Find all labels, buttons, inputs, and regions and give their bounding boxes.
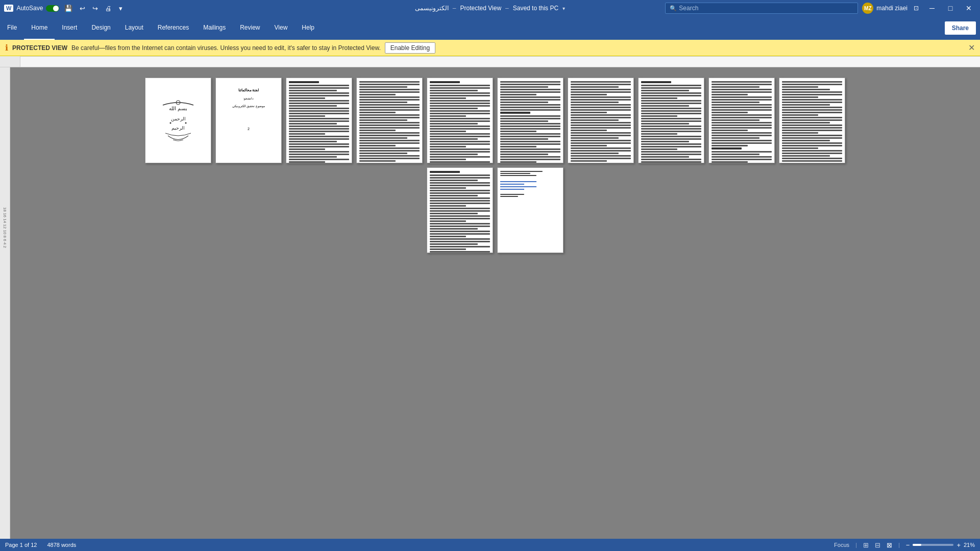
ribbon-display-icon[interactable]: ⊡ [912, 4, 921, 13]
title-bar-center: الکترونیسمی – Protected View – Saved to … [415, 5, 565, 12]
page-10[interactable] [779, 78, 845, 163]
title-page-number: 2 [248, 127, 250, 131]
search-icon: 🔍 [670, 5, 677, 12]
separator2: – [505, 5, 509, 12]
enable-editing-button[interactable]: Enable Editing [385, 42, 435, 54]
redo-icon[interactable]: ↪ [90, 4, 100, 13]
maximize-button[interactable]: □ [943, 1, 958, 15]
main-area: 18 16 14 12 10 8 6 4 2 بسم الله الرحمن ا… [0, 67, 980, 539]
ruler-left [10, 56, 20, 67]
search-input[interactable] [679, 5, 853, 12]
tab-references[interactable]: References [151, 16, 196, 40]
user-name: mahdi ziaei [876, 5, 908, 12]
tab-insert[interactable]: Insert [55, 16, 84, 40]
page-11-content [427, 168, 493, 253]
page-9[interactable] [708, 78, 775, 163]
page-3[interactable] [286, 78, 352, 163]
svg-text:بسم الله: بسم الله [169, 106, 187, 112]
read-mode-button[interactable]: ⊠ [887, 541, 892, 549]
app-name: AutoSave [16, 5, 43, 12]
zoom-out-button[interactable]: − [906, 541, 910, 549]
search-bar[interactable]: 🔍 [665, 3, 858, 14]
page-12[interactable] [497, 167, 564, 253]
doc-title: الکترونیسمی [415, 5, 449, 12]
zoom-fill [913, 544, 921, 546]
close-button[interactable]: ✕ [962, 1, 976, 15]
svg-text:الرحمن: الرحمن [171, 116, 186, 122]
protected-message: Be careful—files from the Internet can c… [71, 44, 381, 52]
status-bar-right: Focus | ⊞ ⊟ ⊠ | − + 21% [834, 541, 975, 549]
zoom-slider[interactable] [913, 544, 953, 546]
tab-file[interactable]: File [0, 16, 24, 40]
page-11[interactable] [427, 167, 493, 253]
document-canvas[interactable]: بسم الله الرحمن الرحيم لجنة محا [10, 67, 980, 539]
share-button[interactable]: Share [945, 21, 976, 35]
status-bar: Page 1 of 12 4878 words Focus | ⊞ ⊟ ⊠ | … [0, 539, 980, 551]
side-panel: 18 16 14 12 10 8 6 4 2 [0, 67, 10, 539]
page-6[interactable] [497, 78, 564, 163]
page-1[interactable]: بسم الله الرحمن الرحيم [145, 78, 211, 163]
tab-home[interactable]: Home [24, 16, 55, 40]
protected-icon: ℹ [5, 43, 8, 53]
close-protected-bar-button[interactable]: ✕ [968, 43, 975, 53]
page-6-content [498, 78, 563, 163]
tab-mailings[interactable]: Mailings [196, 16, 233, 40]
print-icon[interactable]: 🖨 [103, 4, 114, 13]
web-layout-button[interactable]: ⊟ [875, 541, 880, 549]
page-9-content [709, 78, 774, 163]
title-line-1: لجنة محاكماتنا [238, 88, 259, 92]
page-8[interactable] [638, 78, 704, 163]
page-2[interactable]: لجنة محاكماتنا دانشجو: موضوع تحقيق الكتر… [215, 78, 282, 163]
page-4-content [357, 78, 422, 163]
title-bar-left: W AutoSave 💾 ↩ ↪ 🖨 ▾ [4, 4, 125, 13]
page-info: Page 1 of 12 [5, 542, 37, 548]
zoom-level: 21% [964, 542, 975, 548]
protected-label: PROTECTED VIEW [12, 44, 67, 52]
minimize-button[interactable]: ─ [925, 1, 939, 15]
customize-icon[interactable]: ▾ [117, 4, 125, 13]
tab-review[interactable]: Review [233, 16, 267, 40]
page-7-content [568, 78, 633, 163]
title-bar: W AutoSave 💾 ↩ ↪ 🖨 ▾ الکترونیسمی – Prote… [0, 0, 980, 16]
ruler-content [20, 56, 980, 67]
save-dropdown-icon[interactable]: ▾ [562, 6, 565, 11]
svg-point-5 [185, 122, 187, 124]
tab-design[interactable]: Design [84, 16, 117, 40]
title-line-3: موضوع تحقيق الكترونيكي [232, 104, 265, 108]
zoom-in-button[interactable]: + [957, 541, 961, 549]
title-line-2: دانشجو: [243, 96, 254, 100]
user-info: MZ mahdi ziaei [862, 3, 908, 14]
calligraphy-svg: بسم الله الرحمن الرحيم [158, 95, 199, 146]
tab-view[interactable]: View [267, 16, 295, 40]
svg-text:الرحيم: الرحيم [172, 126, 185, 131]
tab-layout[interactable]: Layout [118, 16, 151, 40]
autosave-toggle[interactable] [46, 5, 59, 12]
page-4[interactable] [356, 78, 423, 163]
page-2-content: لجنة محاكماتنا دانشجو: موضوع تحقيق الكتر… [216, 78, 281, 141]
word-count: 4878 words [47, 542, 76, 548]
page-8-content [639, 78, 704, 163]
vertical-divider-2: | [898, 542, 900, 548]
vertical-divider: | [855, 542, 857, 548]
save-icon[interactable]: 💾 [62, 4, 75, 13]
page-5[interactable] [427, 78, 493, 163]
svg-point-4 [170, 122, 172, 124]
pages-row-2 [427, 167, 564, 253]
focus-button[interactable]: Focus [834, 542, 849, 548]
undo-icon[interactable]: ↩ [78, 4, 87, 13]
ribbon: File Home Insert Design Layout Reference… [0, 16, 980, 40]
word-icon: W [4, 5, 13, 12]
tab-help[interactable]: Help [295, 16, 322, 40]
page-10-content [779, 78, 845, 163]
user-avatar: MZ [862, 3, 873, 14]
protected-view-bar: ℹ PROTECTED VIEW Be careful—files from t… [0, 40, 980, 56]
print-layout-button[interactable]: ⊞ [863, 541, 869, 549]
pages-row-1: بسم الله الرحمن الرحيم لجنة محا [145, 78, 845, 163]
zoom-section: − + 21% [906, 541, 975, 549]
save-status: Saved to this PC [513, 5, 558, 12]
page-3-content [286, 78, 352, 163]
title-bar-right: 🔍 MZ mahdi ziaei ⊡ ─ □ ✕ [665, 1, 976, 15]
view-mode: Protected View [460, 5, 502, 12]
page-7[interactable] [568, 78, 634, 163]
ruler-area [0, 56, 980, 67]
